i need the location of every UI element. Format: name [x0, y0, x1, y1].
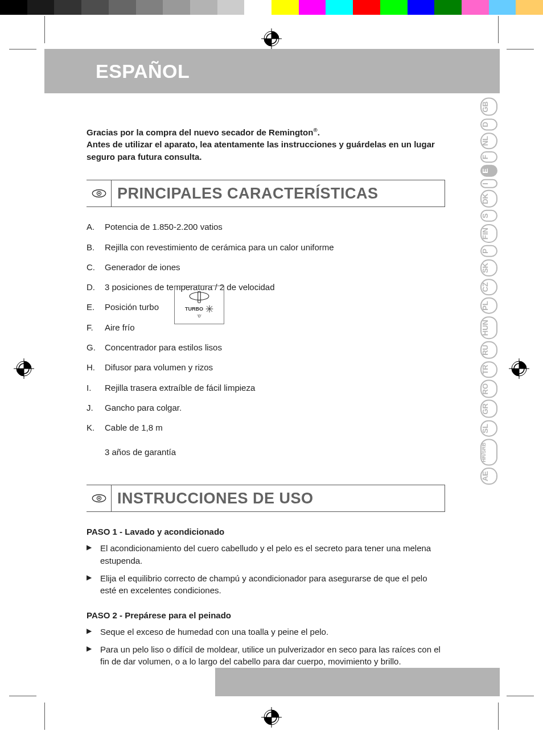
- intro-line1-post: .: [318, 127, 320, 137]
- eye-icon: [87, 485, 112, 511]
- content: Gracias por la compra del nuevo secador …: [87, 126, 445, 674]
- lang-tab-s[interactable]: S: [480, 210, 497, 222]
- lang-tab-ae[interactable]: AE: [480, 468, 497, 485]
- lang-tab-i[interactable]: I: [480, 179, 497, 188]
- feature-text: Difusor para volumen y rizos: [105, 361, 213, 373]
- zero-label: '0': [197, 313, 201, 319]
- bullet-item: Seque el exceso de humedad con una toall…: [87, 626, 445, 638]
- color-swatch: [190, 0, 217, 15]
- section-title-features: PRINCIPALES CARACTERÍSTICAS: [112, 180, 445, 206]
- crop-mark-icon: [498, 703, 499, 730]
- lang-tab-nl[interactable]: NL: [480, 133, 497, 149]
- registration-mark-icon: [14, 358, 34, 379]
- snowflake-icon: [205, 305, 213, 313]
- lang-tab-gb[interactable]: GB: [480, 98, 497, 116]
- feature-label: E.: [87, 301, 97, 313]
- manual-page: ESPAÑOL GBDNLFEIDKSFINPSKCZPLHUNRUTRROGR…: [44, 49, 500, 696]
- intro-text: Gracias por la compra del nuevo secador …: [87, 126, 445, 163]
- color-swatch: [217, 0, 245, 15]
- bullet-item: Elija el equilibrio correcto de champú y…: [87, 572, 445, 597]
- lang-tab-dk[interactable]: DK: [480, 190, 497, 208]
- color-swatch: [489, 0, 516, 15]
- svg-point-22: [190, 292, 209, 300]
- step2-title: PASO 2 - Prepárese para el peinado: [87, 609, 445, 621]
- feature-label: J.: [87, 402, 97, 414]
- color-swatch: [163, 0, 190, 15]
- feature-item: H.Difusor para volumen y rizos: [87, 361, 445, 373]
- feature-item: B.Rejilla con revestimiento de cerámica …: [87, 241, 445, 253]
- svg-rect-23: [198, 291, 201, 303]
- feature-text: Aire frío: [105, 321, 135, 333]
- lang-tab-fin[interactable]: FIN: [480, 224, 497, 243]
- feature-item: D.3 posiciones de temperatura / 2 de vel…: [87, 281, 445, 293]
- color-swatch: [136, 0, 163, 15]
- color-swatch: [434, 0, 462, 15]
- feature-label: G.: [87, 341, 97, 353]
- registration-mark-icon: [261, 28, 282, 49]
- crop-mark-icon: [498, 16, 499, 43]
- section-head-features: PRINCIPALES CARACTERÍSTICAS: [87, 180, 445, 207]
- lang-tab-hun[interactable]: HUN: [480, 316, 497, 339]
- lang-tab-d[interactable]: D: [480, 118, 497, 130]
- turbo-switch-diagram: TURBO '0': [174, 286, 224, 324]
- svg-point-18: [98, 193, 100, 195]
- warranty-text: 3 años de garantía: [105, 446, 445, 458]
- feature-item: C.Generador de iones: [87, 261, 445, 273]
- color-swatch: [81, 0, 109, 15]
- bullet-item: Para un pelo liso o difícil de moldear, …: [87, 643, 445, 668]
- feature-item: E.Posición turbo: [87, 301, 445, 313]
- feature-item: A.Potencia de 1.850-2.200 vatios: [87, 221, 445, 233]
- feature-text: Potencia de 1.850-2.200 vatios: [105, 221, 223, 233]
- lang-tab-tr[interactable]: TR: [480, 361, 497, 378]
- printer-color-bar: [0, 0, 543, 15]
- color-swatch: [516, 0, 543, 15]
- feature-label: I.: [87, 382, 97, 394]
- lang-tab-ro[interactable]: RO: [480, 380, 497, 398]
- bullet-item: El acondicionamiento del cuero cabelludo…: [87, 542, 445, 567]
- step1-bullets: El acondicionamiento del cuero cabelludo…: [87, 542, 445, 596]
- lang-tab-sl[interactable]: SL: [480, 420, 497, 437]
- turbo-label: TURBO: [185, 306, 203, 312]
- language-rail: GBDNLFEIDKSFINPSKCZPLHUNRUTRROGRSLHR/SRB…: [480, 98, 497, 485]
- feature-item: F.Aire frío: [87, 321, 445, 333]
- lang-tab-pl[interactable]: PL: [480, 298, 497, 314]
- feature-item: I.Rejilla trasera extraíble de fácil lim…: [87, 382, 445, 394]
- lang-tab-hrsrb[interactable]: HR/SRB: [480, 439, 497, 466]
- lang-tab-f[interactable]: F: [480, 151, 497, 163]
- crop-mark-icon: [44, 703, 45, 730]
- registration-mark-icon: [509, 358, 529, 379]
- crop-mark-icon: [44, 16, 45, 43]
- registered-mark: ®: [313, 127, 317, 133]
- color-swatch: [244, 0, 272, 15]
- feature-text: Cable de 1,8 m: [105, 422, 163, 433]
- color-swatch: [272, 0, 299, 15]
- lang-tab-e[interactable]: E: [480, 165, 497, 177]
- feature-label: H.: [87, 361, 97, 373]
- feature-text: Concentrador para estilos lisos: [105, 341, 222, 353]
- lang-tab-p[interactable]: P: [480, 245, 497, 257]
- crop-mark-icon: [9, 49, 36, 49]
- color-swatch: [109, 0, 136, 15]
- lang-tab-cz[interactable]: CZ: [480, 279, 497, 295]
- feature-text: Rejilla con revestimiento de cerámica pa…: [105, 241, 334, 253]
- step1-title: PASO 1 - Lavado y acondicionado: [87, 526, 445, 538]
- lang-tab-gr[interactable]: GR: [480, 400, 497, 418]
- feature-text: Generador de iones: [105, 261, 180, 273]
- color-swatch: [408, 0, 435, 15]
- intro-line1-pre: Gracias por la compra del nuevo secador …: [87, 127, 313, 137]
- page-title: ESPAÑOL: [96, 60, 190, 82]
- color-swatch: [353, 0, 380, 15]
- feature-item: J.Gancho para colgar.: [87, 402, 445, 414]
- feature-item: K.Cable de 1,8 m: [87, 422, 445, 433]
- crop-mark-icon: [507, 49, 534, 49]
- feature-text: Gancho para colgar.: [105, 402, 182, 414]
- svg-point-21: [98, 498, 100, 499]
- color-swatch: [326, 0, 353, 15]
- registration-mark-icon: [261, 707, 282, 728]
- footer-bar: [215, 668, 500, 696]
- feature-label: F.: [87, 321, 97, 333]
- lang-tab-ru[interactable]: RU: [480, 341, 497, 359]
- lang-tab-sk[interactable]: SK: [480, 259, 497, 276]
- color-swatch: [462, 0, 489, 15]
- feature-label: B.: [87, 241, 97, 253]
